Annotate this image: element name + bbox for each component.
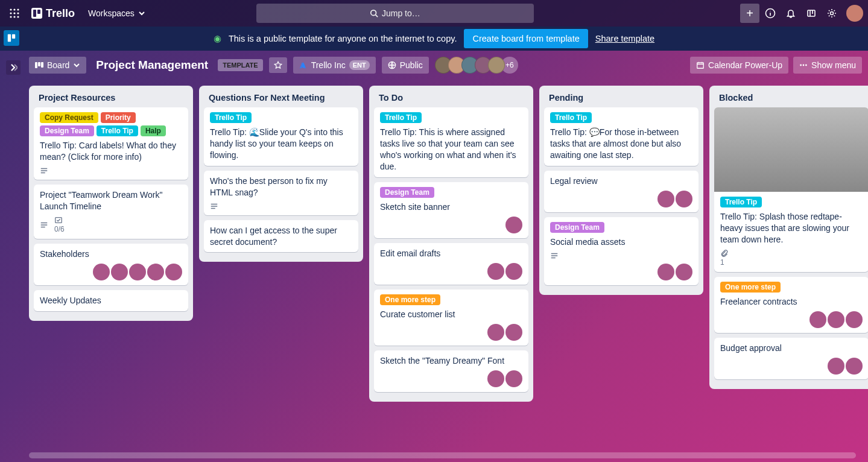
list: PendingTrello TipTrello Tip: 💬For those …: [539, 86, 703, 295]
board-members[interactable]: +6: [435, 57, 518, 74]
card[interactable]: Budget approval: [714, 338, 868, 379]
member-avatar[interactable]: [487, 324, 504, 341]
card[interactable]: Stakeholders: [34, 244, 188, 285]
calendar-powerup-button[interactable]: Calendar Power-Up: [690, 57, 788, 74]
board-title[interactable]: Project Management: [92, 59, 212, 72]
card-text: Who's the best person to fix my HTML sna…: [210, 176, 352, 198]
horizontal-scrollbar[interactable]: [29, 452, 856, 458]
member-avatar[interactable]: [111, 264, 128, 280]
card[interactable]: Design TeamSocial media assets: [544, 217, 699, 285]
label-trello-tip[interactable]: Trello Tip: [720, 197, 762, 207]
list-title[interactable]: To Do: [374, 90, 528, 107]
label-design-team[interactable]: Design Team: [550, 222, 604, 233]
member-avatar[interactable]: [657, 264, 674, 280]
card[interactable]: Project "Teamwork Dream Work" Launch Tim…: [34, 185, 188, 239]
card[interactable]: Design TeamSketch site banner: [374, 182, 528, 238]
card-text: Trello Tip: 🌊Slide your Q's into this ha…: [210, 127, 352, 161]
label-design-team[interactable]: Design Team: [40, 125, 94, 136]
card[interactable]: Trello TipTrello Tip: Splash those redta…: [714, 107, 868, 272]
card[interactable]: How can I get access to the super secret…: [204, 220, 358, 253]
card-text: Trello Tip: Card labels! What do they me…: [40, 140, 182, 163]
boards-icon[interactable]: [802, 4, 821, 23]
list-title[interactable]: Pending: [544, 90, 699, 107]
create-from-template-button[interactable]: Create board from template: [464, 29, 588, 48]
label-priority[interactable]: Priority: [101, 112, 136, 123]
card-badges: [210, 202, 352, 210]
card-labels: Design Team: [380, 187, 522, 198]
card[interactable]: Trello TipTrello Tip: 🌊Slide your Q's in…: [204, 107, 358, 166]
share-template-link[interactable]: Share template: [595, 34, 654, 43]
member-avatar[interactable]: [846, 358, 863, 375]
card[interactable]: Who's the best person to fix my HTML sna…: [204, 171, 358, 215]
label-trello-tip[interactable]: Trello Tip: [380, 112, 422, 123]
board-header-right: Calendar Power-Up Show menu: [690, 57, 862, 74]
workspaces-label: Workspaces: [88, 8, 135, 18]
user-avatar[interactable]: [846, 5, 863, 22]
member-avatar[interactable]: [505, 324, 522, 341]
card-text: Legal review: [550, 176, 692, 187]
board-view-switcher[interactable]: Board: [29, 57, 86, 74]
workspace-icon[interactable]: [4, 30, 19, 46]
create-button[interactable]: +: [740, 4, 759, 23]
label-one-more-step[interactable]: One more step: [380, 294, 440, 305]
card[interactable]: Edit email drafts: [374, 243, 528, 285]
svg-rect-17: [12, 34, 15, 39]
card[interactable]: Weekly Updates: [34, 290, 188, 311]
list-title[interactable]: Questions For Next Meeting: [204, 90, 358, 107]
label-copy-request[interactable]: Copy Request: [40, 112, 98, 123]
visibility-chip[interactable]: Public: [382, 57, 429, 74]
card[interactable]: Legal review: [544, 171, 699, 212]
member-avatar[interactable]: [487, 263, 504, 280]
member-avatar[interactable]: [809, 311, 826, 328]
info-icon[interactable]: [761, 4, 780, 23]
member-avatar[interactable]: [676, 191, 692, 207]
member-avatar[interactable]: [129, 264, 146, 280]
attachment-badge: 1: [720, 249, 730, 267]
card[interactable]: Trello TipTrello Tip: 💬For those in-betw…: [544, 107, 699, 166]
member-avatar[interactable]: [487, 370, 504, 387]
label-one-more-step[interactable]: One more step: [720, 282, 781, 293]
list-title[interactable]: Project Resources: [34, 90, 188, 107]
list-title[interactable]: Blocked: [714, 90, 868, 107]
member-avatar[interactable]: [657, 191, 674, 207]
notifications-icon[interactable]: [781, 4, 800, 23]
member-avatar[interactable]: [505, 217, 522, 233]
card[interactable]: One more stepCurate customer list: [374, 290, 528, 346]
card[interactable]: Trello TipTrello Tip: This is where assi…: [374, 107, 528, 177]
member-avatar[interactable]: [505, 370, 522, 387]
svg-rect-18: [35, 62, 37, 68]
member-avatar[interactable]: [676, 264, 692, 280]
label-trello-tip[interactable]: Trello Tip: [550, 112, 592, 123]
member-avatar[interactable]: [828, 311, 844, 328]
label-design-team[interactable]: Design Team: [380, 187, 434, 198]
label-trello-tip[interactable]: Trello Tip: [210, 112, 252, 123]
board-canvas[interactable]: Project ResourcesCopy RequestPriorityDes…: [0, 80, 868, 452]
trello-logo[interactable]: Trello: [28, 7, 78, 20]
member-avatar[interactable]: [828, 358, 844, 375]
workspaces-button[interactable]: Workspaces: [82, 5, 151, 22]
member-avatar[interactable]: [505, 263, 522, 280]
show-menu-button[interactable]: Show menu: [793, 57, 862, 74]
globe-icon: ◉: [214, 34, 221, 43]
svg-point-15: [830, 12, 833, 15]
member-avatar[interactable]: [165, 264, 182, 280]
card[interactable]: One more stepFreelancer contracts: [714, 277, 868, 333]
workspace-chip[interactable]: Trello Inc ENT: [293, 57, 376, 74]
card-cover-image: [714, 107, 868, 192]
svg-point-6: [10, 16, 11, 17]
card[interactable]: Sketch the "Teamy Dreamy" Font: [374, 350, 528, 392]
expand-sidebar-button[interactable]: [6, 60, 21, 75]
star-button[interactable]: [269, 57, 287, 73]
list: Questions For Next MeetingTrello TipTrel…: [199, 86, 363, 262]
member-avatar[interactable]: [147, 264, 164, 280]
board-view-label: Board: [47, 60, 69, 70]
label-trello-tip[interactable]: Trello Tip: [97, 125, 138, 136]
label-halp[interactable]: Halp: [141, 125, 166, 136]
atlassian-icon: [299, 61, 308, 69]
search-input[interactable]: Jump to…: [256, 4, 534, 23]
card[interactable]: Copy RequestPriorityDesign TeamTrello Ti…: [34, 107, 188, 180]
member-avatar[interactable]: [93, 264, 110, 280]
member-avatar[interactable]: [846, 311, 863, 328]
apps-icon[interactable]: [5, 4, 24, 23]
settings-icon[interactable]: [822, 4, 841, 23]
